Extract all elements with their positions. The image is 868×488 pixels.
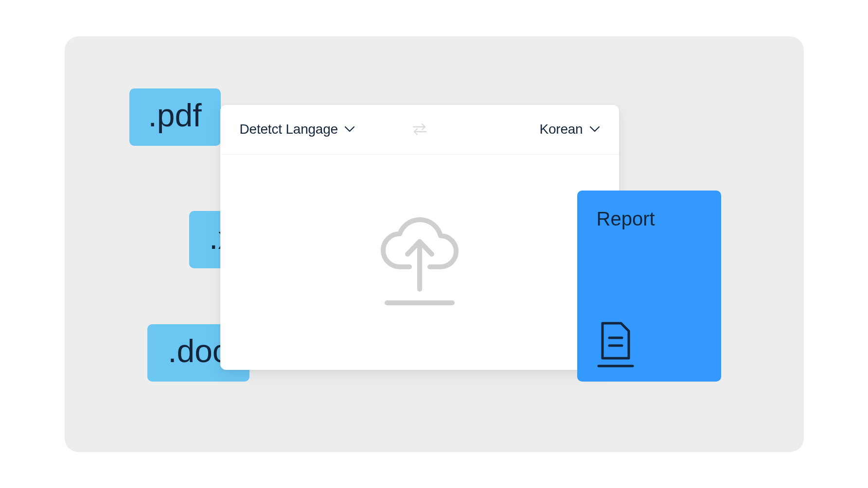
document-icon (597, 321, 635, 368)
cloud-upload-icon (379, 216, 460, 308)
chevron-down-icon (590, 126, 600, 132)
output-report-card[interactable]: Report (577, 191, 721, 382)
illustration-canvas: .pdf .xls .doc Detetct Langage (65, 36, 804, 452)
source-language-select[interactable]: Detetct Langage (240, 122, 355, 137)
translator-upload-card: Detetct Langage Korean (220, 105, 619, 370)
filetype-chip-label: .pdf (148, 99, 201, 131)
translator-header: Detetct Langage Korean (220, 105, 619, 155)
chevron-down-icon (345, 126, 354, 132)
upload-dropzone[interactable] (220, 155, 619, 370)
filetype-chip-label: .doc (168, 335, 229, 367)
target-language-label: Korean (539, 122, 583, 137)
filetype-chip-pdf: .pdf (129, 88, 221, 146)
output-report-title: Report (597, 208, 702, 230)
swap-languages-icon[interactable] (412, 123, 427, 136)
source-language-label: Detetct Langage (240, 122, 338, 137)
target-language-select[interactable]: Korean (539, 122, 599, 137)
